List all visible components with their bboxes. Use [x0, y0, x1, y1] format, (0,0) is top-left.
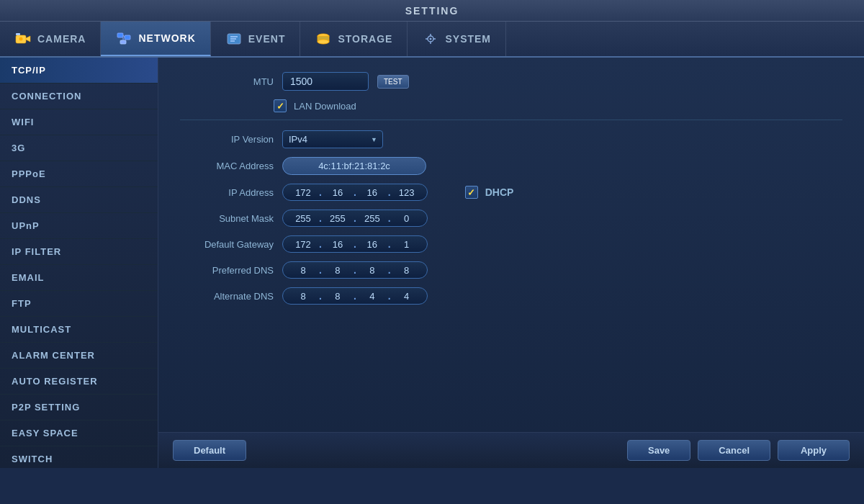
- tab-system[interactable]: SYSTEM: [408, 22, 506, 56]
- tab-event[interactable]: EVENT: [211, 22, 301, 56]
- ip-address-row: IP Address . . . DHCP: [180, 184, 842, 201]
- alternate-dns-octet-4[interactable]: [394, 291, 420, 302]
- camera-icon: [14, 32, 32, 46]
- lan-download-label: LAN Download: [294, 101, 356, 112]
- storage-icon: [315, 32, 332, 46]
- sidebar-item-ddns[interactable]: DDNS: [0, 187, 158, 213]
- ip-address-octet-2[interactable]: [325, 187, 351, 198]
- sidebar: TCP/IP CONNECTION WIFI 3G PPPoE DDNS UPn…: [0, 58, 158, 468]
- subnet-mask-row: Subnet Mask . . .: [180, 210, 842, 227]
- subnet-mask-label: Subnet Mask: [180, 213, 274, 224]
- ip-address-octet-4[interactable]: [394, 187, 420, 198]
- tab-network[interactable]: NETWORK: [101, 22, 210, 56]
- sidebar-item-3g[interactable]: 3G: [0, 135, 158, 161]
- preferred-dns-group: . . .: [282, 261, 428, 279]
- page-title: SETTING: [405, 5, 459, 17]
- svg-point-2: [19, 37, 23, 41]
- tab-camera[interactable]: CAMERA: [0, 22, 101, 56]
- sidebar-item-p2p-setting[interactable]: P2P SETTING: [0, 395, 158, 420]
- preferred-dns-octet-3[interactable]: [359, 265, 385, 276]
- svg-point-15: [318, 40, 329, 44]
- tab-camera-label: CAMERA: [37, 33, 86, 45]
- bottom-left-buttons: Default: [173, 440, 246, 461]
- mac-address-row: MAC Address 4c:11:bf:21:81:2c: [180, 157, 842, 175]
- subnet-octet-2[interactable]: [325, 213, 351, 224]
- alternate-dns-octet-3[interactable]: [359, 291, 385, 302]
- sidebar-item-switch[interactable]: SWITCH: [0, 446, 158, 468]
- sidebar-item-upnp[interactable]: UPnP: [0, 213, 158, 239]
- default-gateway-label: Default Gateway: [180, 239, 274, 250]
- ip-address-label: IP Address: [180, 187, 274, 198]
- sidebar-item-auto-register[interactable]: AUTO REGISTER: [0, 369, 158, 395]
- subnet-octet-1[interactable]: [290, 213, 316, 224]
- dhcp-label: DHCP: [485, 186, 514, 198]
- ip-dot-1: .: [319, 186, 322, 198]
- subnet-octet-3[interactable]: [359, 213, 385, 224]
- ip-dot-3: .: [388, 186, 391, 198]
- svg-marker-1: [26, 36, 30, 42]
- mtu-label: MTU: [180, 76, 274, 87]
- sidebar-item-connection[interactable]: CONNECTION: [0, 84, 158, 109]
- gateway-octet-4[interactable]: [394, 239, 420, 250]
- sidebar-item-ftp[interactable]: FTP: [0, 291, 158, 317]
- main-layout: TCP/IP CONNECTION WIFI 3G PPPoE DDNS UPn…: [0, 58, 864, 468]
- ip-address-group: . . .: [282, 184, 428, 201]
- system-icon: [422, 32, 439, 46]
- cancel-button[interactable]: Cancel: [698, 440, 770, 461]
- default-gateway-row: Default Gateway . . .: [180, 235, 842, 253]
- event-icon: [225, 32, 243, 46]
- content-area: MTU TEST LAN Download IP Version IPv4 IP…: [158, 58, 864, 468]
- default-gateway-group: . . .: [282, 235, 428, 253]
- preferred-dns-octet-4[interactable]: [394, 265, 420, 276]
- preferred-dns-row: Preferred DNS . . .: [180, 261, 842, 279]
- mtu-row: MTU TEST: [180, 72, 842, 91]
- lan-download-row: LAN Download: [274, 99, 842, 112]
- sidebar-item-wifi[interactable]: WIFI: [0, 109, 158, 135]
- gateway-octet-1[interactable]: [290, 239, 316, 250]
- ip-version-select[interactable]: IPv4 IPv6: [282, 130, 383, 148]
- sidebar-item-alarm-center[interactable]: ALARM CENTER: [0, 343, 158, 369]
- bottom-right-buttons: Save Cancel Apply: [627, 440, 850, 461]
- tab-event-label: EVENT: [248, 33, 286, 45]
- sidebar-item-multicast[interactable]: MULTICAST: [0, 317, 158, 343]
- default-button[interactable]: Default: [173, 440, 246, 461]
- ip-version-label: IP Version: [180, 134, 274, 145]
- gateway-octet-3[interactable]: [359, 239, 385, 250]
- subnet-mask-group: . . .: [282, 210, 428, 227]
- tab-network-label: NETWORK: [138, 32, 195, 44]
- tab-bar: CAMERA NETWORK EVENT: [0, 22, 864, 58]
- subnet-octet-4[interactable]: [394, 213, 420, 224]
- sidebar-item-ip-filter[interactable]: IP FILTER: [0, 239, 158, 265]
- save-button[interactable]: Save: [627, 440, 690, 461]
- sidebar-item-pppoe[interactable]: PPPoE: [0, 161, 158, 187]
- dhcp-row: DHCP: [465, 186, 514, 199]
- preferred-dns-octet-2[interactable]: [325, 265, 351, 276]
- mtu-input[interactable]: [282, 72, 369, 91]
- alternate-dns-octet-2[interactable]: [325, 291, 351, 302]
- tab-storage[interactable]: STORAGE: [300, 22, 408, 56]
- alternate-dns-octet-1[interactable]: [290, 291, 316, 302]
- svg-point-17: [430, 38, 432, 40]
- mtu-test-button[interactable]: TEST: [377, 75, 409, 89]
- section-divider: [180, 120, 842, 120]
- sidebar-item-tcp-ip[interactable]: TCP/IP: [0, 58, 158, 84]
- alternate-dns-row: Alternate DNS . . .: [180, 287, 842, 305]
- apply-button[interactable]: Apply: [778, 440, 850, 461]
- ip-version-select-wrap: IPv4 IPv6: [282, 130, 383, 148]
- bottom-bar: Default Save Cancel Apply: [158, 432, 864, 468]
- mac-address-value: 4c:11:bf:21:81:2c: [282, 157, 426, 175]
- svg-rect-5: [125, 35, 130, 40]
- ip-address-octet-3[interactable]: [359, 187, 385, 198]
- lan-download-checkbox[interactable]: [274, 99, 287, 112]
- dhcp-checkbox[interactable]: [465, 186, 478, 199]
- title-bar: SETTING: [0, 0, 864, 22]
- ip-address-octet-1[interactable]: [290, 187, 316, 198]
- gateway-octet-2[interactable]: [325, 239, 351, 250]
- svg-rect-7: [120, 40, 126, 44]
- sidebar-item-email[interactable]: EMAIL: [0, 265, 158, 291]
- svg-rect-4: [117, 33, 123, 37]
- preferred-dns-octet-1[interactable]: [290, 265, 316, 276]
- preferred-dns-label: Preferred DNS: [180, 265, 274, 276]
- sidebar-item-easy-space[interactable]: EASY SPACE: [0, 420, 158, 446]
- alternate-dns-group: . . .: [282, 287, 428, 305]
